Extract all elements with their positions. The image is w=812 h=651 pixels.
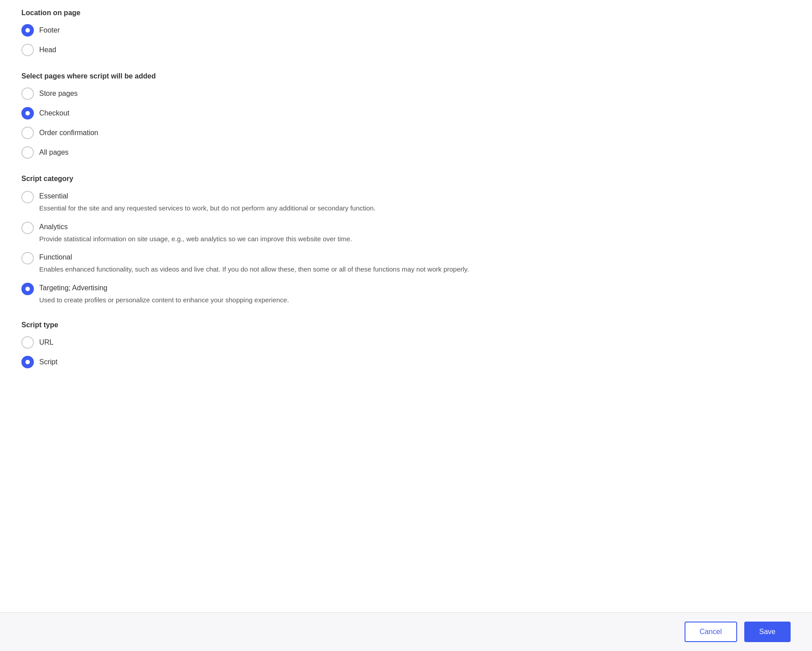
select-pages-title: Select pages where script will be added bbox=[21, 72, 791, 80]
radio-script-circle[interactable] bbox=[21, 356, 34, 368]
radio-targeting-advertising-text: Targeting; Advertising Used to create pr… bbox=[39, 282, 289, 305]
radio-head-label: Head bbox=[39, 44, 56, 56]
radio-checkout-circle[interactable] bbox=[21, 107, 34, 119]
radio-all-pages-circle[interactable] bbox=[21, 146, 34, 159]
radio-essential-text: Essential Essential for the site and any… bbox=[39, 190, 376, 214]
radio-script-label: Script bbox=[39, 356, 57, 368]
page-container: Location on page Footer Head Select page… bbox=[0, 0, 812, 651]
script-category-title: Script category bbox=[21, 175, 791, 183]
radio-functional-description: Enables enhanced functionality, such as … bbox=[39, 264, 469, 275]
radio-item-functional[interactable]: Functional Enables enhanced functionalit… bbox=[21, 251, 791, 275]
select-pages-radio-group: Store pages Checkout Order confirmation … bbox=[21, 87, 791, 159]
radio-item-footer[interactable]: Footer bbox=[21, 24, 791, 37]
script-category-radio-group: Essential Essential for the site and any… bbox=[21, 190, 791, 305]
radio-item-essential[interactable]: Essential Essential for the site and any… bbox=[21, 190, 791, 214]
cancel-button[interactable]: Cancel bbox=[685, 622, 737, 642]
radio-store-pages-circle[interactable] bbox=[21, 87, 34, 100]
radio-item-script[interactable]: Script bbox=[21, 356, 791, 368]
radio-essential-circle[interactable] bbox=[21, 191, 34, 203]
radio-item-checkout[interactable]: Checkout bbox=[21, 107, 791, 119]
radio-store-pages-label: Store pages bbox=[39, 87, 78, 100]
radio-order-confirmation-circle[interactable] bbox=[21, 127, 34, 139]
location-radio-group: Footer Head bbox=[21, 24, 791, 56]
script-type-section: Script type URL Script bbox=[21, 321, 791, 368]
script-category-section: Script category Essential Essential for … bbox=[21, 175, 791, 305]
radio-targeting-advertising-label: Targeting; Advertising bbox=[39, 282, 289, 294]
radio-footer-circle[interactable] bbox=[21, 24, 34, 37]
radio-targeting-advertising-circle[interactable] bbox=[21, 283, 34, 295]
script-type-title: Script type bbox=[21, 321, 791, 329]
radio-head-circle[interactable] bbox=[21, 44, 34, 56]
radio-functional-label: Functional bbox=[39, 251, 469, 264]
select-pages-section: Select pages where script will be added … bbox=[21, 72, 791, 159]
footer-bar: Cancel Save bbox=[0, 612, 812, 651]
radio-item-store-pages[interactable]: Store pages bbox=[21, 87, 791, 100]
location-on-page-section: Location on page Footer Head bbox=[21, 9, 791, 56]
radio-all-pages-label: All pages bbox=[39, 146, 69, 159]
radio-functional-text: Functional Enables enhanced functionalit… bbox=[39, 251, 469, 275]
radio-item-all-pages[interactable]: All pages bbox=[21, 146, 791, 159]
radio-item-order-confirmation[interactable]: Order confirmation bbox=[21, 127, 791, 139]
location-on-page-title: Location on page bbox=[21, 9, 791, 17]
radio-analytics-circle[interactable] bbox=[21, 222, 34, 234]
radio-essential-label: Essential bbox=[39, 190, 376, 202]
radio-item-targeting-advertising[interactable]: Targeting; Advertising Used to create pr… bbox=[21, 282, 791, 305]
radio-item-url[interactable]: URL bbox=[21, 336, 791, 349]
radio-essential-description: Essential for the site and any requested… bbox=[39, 203, 376, 214]
radio-footer-label: Footer bbox=[39, 24, 60, 37]
radio-item-head[interactable]: Head bbox=[21, 44, 791, 56]
radio-checkout-label: Checkout bbox=[39, 107, 70, 119]
radio-functional-circle[interactable] bbox=[21, 252, 34, 264]
radio-order-confirmation-label: Order confirmation bbox=[39, 127, 98, 139]
radio-item-analytics[interactable]: Analytics Provide statistical informatio… bbox=[21, 221, 791, 244]
radio-url-circle[interactable] bbox=[21, 336, 34, 349]
radio-url-label: URL bbox=[39, 336, 53, 349]
save-button[interactable]: Save bbox=[744, 622, 791, 642]
script-type-radio-group: URL Script bbox=[21, 336, 791, 368]
radio-analytics-description: Provide statistical information on site … bbox=[39, 234, 352, 244]
radio-analytics-label: Analytics bbox=[39, 221, 352, 233]
radio-targeting-advertising-description: Used to create profiles or personalize c… bbox=[39, 295, 289, 305]
content-area: Location on page Footer Head Select page… bbox=[0, 0, 812, 612]
radio-analytics-text: Analytics Provide statistical informatio… bbox=[39, 221, 352, 244]
